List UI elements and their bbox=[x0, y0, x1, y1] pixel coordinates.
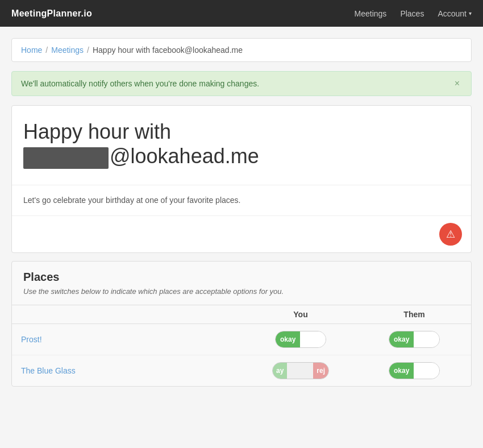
meeting-title-suffix: @lookahead.me bbox=[110, 144, 259, 168]
alert-message: We'll automatically notify others when y… bbox=[21, 79, 259, 88]
breadcrumb-sep-2: / bbox=[87, 45, 89, 55]
places-header: Places Use the switches below to indicat… bbox=[12, 262, 471, 305]
place-link[interactable]: The Blue Glass bbox=[21, 366, 76, 375]
them-toggle-cell: okay bbox=[357, 355, 471, 386]
col-place-name bbox=[12, 305, 244, 323]
place-name-cell: The Blue Glass bbox=[12, 355, 244, 386]
okay-partial-label: ay bbox=[273, 363, 287, 379]
places-table: You Them Prost! okay okay The Blue Glass… bbox=[12, 305, 471, 386]
col-you-header: You bbox=[244, 305, 357, 323]
breadcrumb-meetings[interactable]: Meetings bbox=[51, 45, 84, 55]
them-toggle-wrap: okay bbox=[367, 331, 462, 348]
close-icon: × bbox=[455, 78, 460, 88]
them-okay-label: okay bbox=[389, 331, 414, 347]
you-toggle-switch[interactable]: ay rej bbox=[272, 362, 329, 379]
meeting-title-prefix: Happy hour with bbox=[23, 120, 171, 143]
reject-label: rej bbox=[313, 363, 328, 379]
you-toggle-cell: okay bbox=[244, 323, 357, 355]
you-toggle-switch[interactable]: okay bbox=[275, 331, 326, 348]
you-toggle-wrap: ay rej bbox=[253, 362, 348, 379]
meeting-description-section: Let's go celebrate your birthday at one … bbox=[12, 185, 471, 215]
meeting-description: Let's go celebrate your birthday at one … bbox=[23, 194, 460, 206]
breadcrumb-home[interactable]: Home bbox=[21, 45, 42, 55]
navbar: MeetingPlanner.io Meetings Places Accoun… bbox=[0, 0, 483, 27]
them-toggle-cell: okay bbox=[357, 323, 471, 355]
nav-account[interactable]: Account ▾ bbox=[438, 9, 472, 18]
them-toggle-switch[interactable]: okay bbox=[389, 362, 440, 379]
nav-meetings[interactable]: Meetings bbox=[355, 9, 387, 18]
delete-icon: ⚠ bbox=[446, 228, 455, 240]
them-toggle-wrap: okay bbox=[367, 362, 462, 379]
you-toggle-cell: ay rej bbox=[244, 355, 357, 386]
redacted-username bbox=[23, 147, 109, 169]
places-card: Places Use the switches below to indicat… bbox=[11, 261, 472, 387]
app-brand: MeetingPlanner.io bbox=[11, 9, 92, 19]
nav-links: Meetings Places Account ▾ bbox=[355, 9, 472, 18]
account-caret-icon: ▾ bbox=[469, 10, 472, 16]
meeting-title: Happy hour with @lookahead.me bbox=[23, 119, 460, 169]
table-row: Prost! okay okay bbox=[12, 323, 471, 355]
places-table-header-row: You Them bbox=[12, 305, 471, 323]
col-them-header: Them bbox=[357, 305, 471, 323]
main-container: Home / Meetings / Happy hour with facebo… bbox=[0, 27, 483, 398]
notification-alert: We'll automatically notify others when y… bbox=[11, 71, 472, 96]
place-link[interactable]: Prost! bbox=[21, 335, 42, 344]
meeting-card: Happy hour with @lookahead.me Let's go c… bbox=[11, 105, 472, 253]
breadcrumb: Home / Meetings / Happy hour with facebo… bbox=[11, 38, 472, 62]
alert-close-button[interactable]: × bbox=[452, 78, 462, 89]
you-toggle-wrap: okay bbox=[253, 331, 348, 348]
places-instruction: Use the switches below to indicate which… bbox=[23, 287, 460, 296]
them-okay-label: okay bbox=[389, 363, 414, 379]
nav-places[interactable]: Places bbox=[400, 9, 424, 18]
meeting-action-bar: ⚠ bbox=[12, 215, 471, 252]
place-name-cell: Prost! bbox=[12, 323, 244, 355]
okay-label: okay bbox=[276, 331, 300, 347]
meeting-title-section: Happy hour with @lookahead.me bbox=[12, 106, 471, 185]
places-heading: Places bbox=[23, 271, 460, 284]
them-toggle-switch[interactable]: okay bbox=[389, 331, 440, 348]
breadcrumb-sep-1: / bbox=[45, 45, 48, 55]
breadcrumb-current: Happy hour with facebook@lookahead.me bbox=[93, 45, 243, 55]
delete-meeting-button[interactable]: ⚠ bbox=[439, 223, 462, 246]
table-row: The Blue Glass ay rej okay bbox=[12, 355, 471, 386]
nav-account-label: Account bbox=[438, 9, 467, 18]
